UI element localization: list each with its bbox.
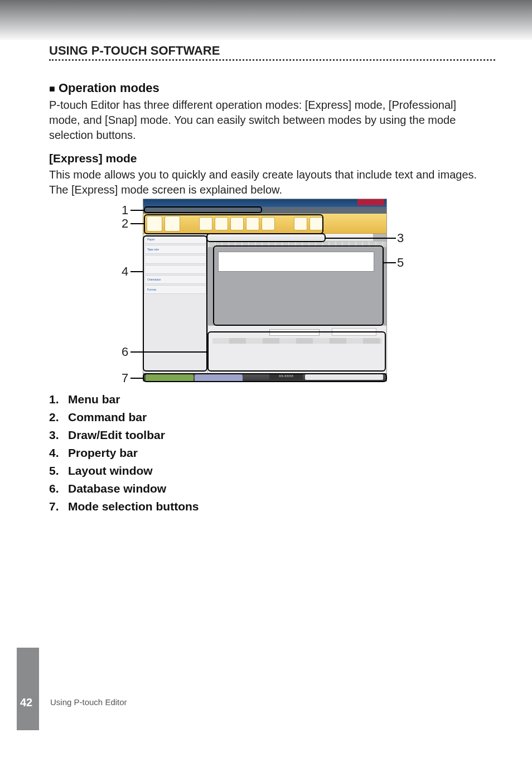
legend-item-6: 6.Database window [49, 482, 199, 495]
screenshot-titlebar [143, 199, 386, 207]
leader-2 [130, 223, 144, 224]
commandbar-group-2 [199, 216, 275, 232]
screenshot-ruler [208, 242, 386, 247]
screenshot-commandbar [143, 214, 386, 234]
page-number: 42 [20, 696, 32, 709]
heading-express-mode: [Express] mode [49, 152, 137, 165]
page: USING P-TOUCH SOFTWARE ■Operation modes … [0, 0, 532, 757]
legend-item-1: 1.Menu bar [49, 393, 199, 406]
leader-5 [384, 262, 396, 263]
screenshot-logo [357, 199, 384, 205]
bullet-square-icon: ■ [49, 83, 55, 94]
callout-number-5: 5 [397, 255, 404, 270]
heading-operation-modes: ■Operation modes [49, 81, 159, 95]
legend-item-5: 5.Layout window [49, 464, 199, 478]
callout-number-2: 2 [122, 216, 128, 231]
screenshot-menubar [143, 207, 386, 214]
leader-7 [130, 378, 143, 379]
callout-number-1: 1 [122, 203, 128, 218]
callout-number-7: 7 [122, 371, 128, 385]
commandbar-group-1 [147, 216, 180, 232]
leader-1 [130, 210, 144, 211]
header-gradient [0, 0, 532, 40]
screenshot-device-name: XX-XXXX [269, 374, 303, 380]
screenshot-mode-bar: XX-XXXX [143, 373, 386, 381]
legend-item-3: 3.Draw/Edit toolbar [49, 428, 199, 442]
legend-list: 1.Menu bar 2.Command bar 3.Draw/Edit too… [49, 393, 199, 518]
legend-item-4: 4.Property bar [49, 446, 199, 460]
callout-number-3: 3 [397, 231, 404, 245]
page-tab [17, 648, 39, 730]
divider-dotted [49, 59, 495, 61]
screenshot-mode-tab-snap [146, 373, 194, 381]
screenshot-express-mode: Paper Tape size Orientation Format XX-XX… [143, 199, 387, 382]
express-mode-body: This mode allows you to quickly and easi… [49, 167, 490, 197]
screenshot-zoom-control [305, 374, 383, 380]
screenshot-database-window [208, 325, 386, 373]
operation-modes-body: P-touch Editor has three different opera… [49, 98, 490, 143]
screenshot-mode-tab-express [195, 373, 243, 381]
footer-title: Using P-touch Editor [50, 697, 127, 707]
callout-number-6: 6 [122, 345, 128, 359]
heading-operation-modes-text: Operation modes [59, 81, 159, 95]
screenshot-label-object [218, 252, 374, 272]
leader-4 [130, 271, 143, 272]
leader-6 [130, 351, 207, 353]
legend-item-2: 2.Command bar [49, 411, 199, 424]
commandbar-group-3 [294, 216, 323, 232]
screenshot-layout-window [208, 247, 386, 325]
leader-3 [326, 238, 396, 239]
callout-number-4: 4 [122, 264, 128, 279]
section-header: USING P-TOUCH SOFTWARE [49, 44, 220, 58]
legend-item-7: 7.Mode selection buttons [49, 500, 199, 513]
